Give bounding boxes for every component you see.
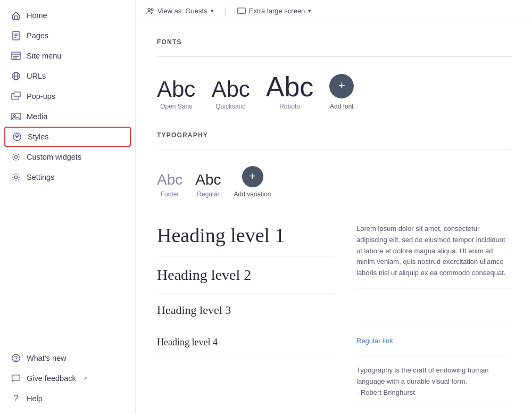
screen-label: Extra large screen	[249, 7, 305, 15]
headings-section: Heading level 1 Heading level 2 Heading …	[157, 214, 511, 408]
info-block-3: Regular link	[356, 326, 511, 355]
regular-link[interactable]: Regular link	[356, 337, 393, 345]
font-name-quicksand: Quicksand	[215, 103, 246, 110]
font-abc-quicksand: Abc	[211, 78, 250, 101]
custom-widgets-icon	[11, 152, 21, 162]
styles-icon	[12, 131, 22, 142]
sidebar-urls-label: URLs	[27, 72, 46, 80]
heading-3-row[interactable]: Heading level 3	[157, 294, 335, 327]
fonts-row: Abc Open Sans Abc Quicksand Abc Roboto +…	[157, 73, 511, 110]
svg-point-21	[14, 155, 17, 158]
typo-label-footer: Footer	[161, 191, 179, 198]
svg-rect-12	[14, 92, 20, 97]
svg-point-23	[15, 361, 16, 361]
typography-section-title: TYPOGRAPHY	[157, 131, 511, 139]
add-variation-column: + Add variation	[234, 166, 271, 198]
site-menu-icon	[11, 51, 21, 61]
sidebar-settings-label: Settings	[27, 173, 54, 181]
add-variation-plus-icon: +	[250, 171, 256, 181]
sidebar-item-pages[interactable]: Pages	[0, 26, 135, 46]
svg-rect-26	[238, 8, 246, 13]
whats-new-icon	[11, 353, 21, 363]
typo-abc-footer: Abc	[157, 171, 182, 188]
view-as-button[interactable]: View as: Guests ▾	[146, 7, 214, 15]
sidebar-item-home[interactable]: Home	[0, 5, 135, 26]
sidebar-item-whats-new[interactable]: What's new	[0, 348, 135, 368]
external-link-icon: ↗	[82, 375, 87, 382]
help-icon: ?	[11, 393, 21, 404]
heading-2-text: Heading level 2	[157, 267, 251, 283]
add-variation-button[interactable]: +	[242, 166, 263, 187]
screen-size-button[interactable]: Extra large screen ▾	[237, 7, 312, 15]
sidebar-pages-label: Pages	[27, 31, 48, 40]
headings-column: Heading level 1 Heading level 2 Heading …	[157, 214, 335, 408]
heading-3-text: Heading level 3	[157, 303, 231, 317]
typo-regular[interactable]: Abc Regular	[195, 171, 221, 198]
svg-point-16	[16, 136, 18, 138]
add-font-button[interactable]: +	[329, 74, 354, 98]
feedback-icon	[11, 373, 21, 384]
sidebar-item-help[interactable]: ? Help	[0, 388, 135, 409]
typo-label-regular: Regular	[197, 191, 219, 198]
font-abc-open-sans: Abc	[157, 78, 195, 101]
heading-1-row[interactable]: Heading level 1	[157, 214, 335, 257]
sidebar-media-label: Media	[27, 112, 48, 121]
sidebar-item-urls[interactable]: URLs	[0, 66, 135, 86]
settings-icon	[11, 172, 21, 183]
add-font-label: Add font	[330, 103, 354, 110]
heading-2-row[interactable]: Heading level 2	[157, 257, 335, 294]
sidebar-item-custom-widgets[interactable]: Custom widgets	[0, 147, 135, 167]
home-label: Home	[27, 11, 47, 20]
media-icon	[11, 111, 21, 122]
typo-footer[interactable]: Abc Footer	[157, 171, 182, 198]
svg-point-24	[148, 9, 151, 11]
content-area: FONTS Abc Open Sans Abc Quicksand Abc Ro…	[136, 22, 532, 414]
fonts-divider	[157, 56, 511, 57]
heading-4-row[interactable]: Heading level 4	[157, 327, 335, 358]
topbar: View as: Guests ▾ | Extra large screen ▾	[136, 0, 532, 22]
sidebar-feedback-label: Give feedback	[27, 374, 76, 383]
font-roboto[interactable]: Abc Roboto	[266, 73, 314, 110]
info-column: Lorem ipsum dolor sit amet, consectetur …	[356, 214, 511, 408]
view-guests-icon	[146, 7, 154, 14]
font-name-roboto: Roboto	[279, 103, 300, 110]
main-content: View as: Guests ▾ | Extra large screen ▾…	[136, 0, 532, 414]
view-as-label: View as: Guests	[157, 7, 207, 15]
view-as-chevron: ▾	[211, 7, 214, 14]
typography-row: Abc Footer Abc Regular + Add variation	[157, 166, 511, 198]
topbar-divider: |	[225, 6, 227, 16]
home-icon	[11, 10, 21, 21]
typography-divider	[157, 150, 511, 150]
sidebar-widgets-label: Custom widgets	[27, 153, 81, 161]
info-block-1: Lorem ipsum dolor sit amet, consectetur …	[356, 214, 511, 289]
sidebar-item-styles[interactable]: Styles	[4, 127, 131, 147]
sidebar-item-give-feedback[interactable]: Give feedback ↗	[0, 368, 135, 388]
font-quicksand[interactable]: Abc Quicksand	[211, 78, 250, 110]
svg-point-22	[14, 176, 17, 178]
add-variation-label: Add variation	[234, 191, 271, 198]
popups-icon	[11, 91, 21, 102]
svg-point-25	[151, 9, 153, 11]
info-block-2	[356, 289, 511, 326]
sidebar-item-settings[interactable]: Settings	[0, 167, 135, 187]
screen-chevron: ▾	[308, 7, 311, 14]
sidebar-item-media[interactable]: Media	[0, 106, 135, 127]
add-font-column: + Add font	[329, 74, 354, 110]
info-block-4: Typography is the craft of endowing huma…	[356, 355, 511, 408]
font-open-sans[interactable]: Abc Open Sans	[157, 78, 195, 110]
heading-1-text: Heading level 1	[157, 224, 285, 246]
sidebar-popups-label: Pop-ups	[27, 92, 55, 101]
font-abc-roboto: Abc	[266, 73, 314, 101]
heading-4-text: Heading level 4	[157, 337, 218, 347]
fonts-section-title: FONTS	[157, 38, 511, 46]
pages-icon	[11, 30, 21, 41]
screen-icon	[237, 7, 246, 14]
sidebar-styles-label: Styles	[28, 133, 49, 141]
font-name-open-sans: Open Sans	[160, 103, 192, 110]
sidebar-item-popups[interactable]: Pop-ups	[0, 86, 135, 106]
sidebar-whats-new-label: What's new	[27, 354, 66, 362]
add-font-plus-icon: +	[338, 80, 345, 92]
urls-icon	[11, 71, 21, 81]
sidebar-item-site-menu[interactable]: Site menu	[0, 46, 135, 66]
sidebar: Home Pages Site menu	[0, 0, 136, 414]
